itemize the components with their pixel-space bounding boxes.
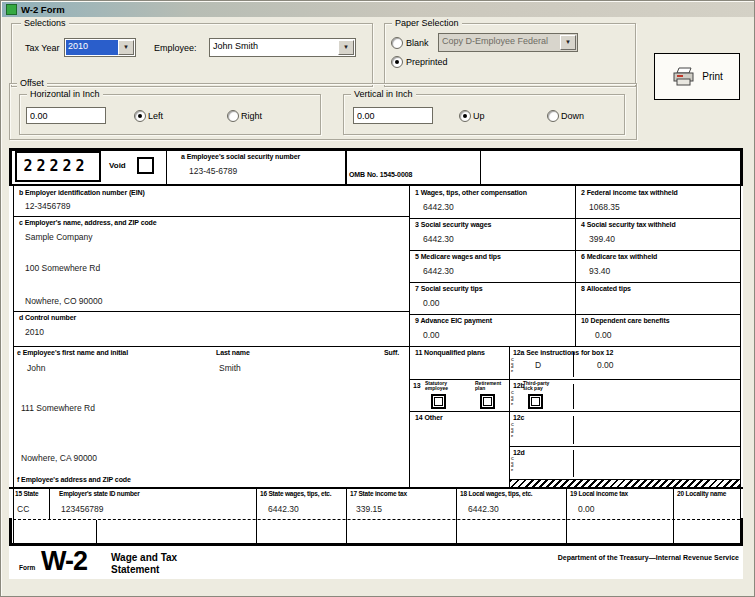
preprinted-radio[interactable] (391, 56, 403, 68)
box-b-value: 12-3456789 (25, 201, 70, 211)
void-checkbox (137, 157, 154, 174)
box2-value: 1068.35 (589, 202, 620, 212)
box12c-label: 12c (513, 414, 524, 421)
box3-value: 6442.30 (423, 234, 454, 244)
employee-city: Nowhere, CA 90000 (21, 453, 97, 463)
tax-year-label: Tax Year (25, 43, 60, 53)
grid-line (740, 186, 741, 543)
treasury-text: Department of the Treasury—Internal Reve… (506, 554, 739, 561)
box12a-code-caption: Code (511, 358, 515, 372)
box12b-code-caption: Code (511, 391, 515, 405)
grid-line (575, 186, 576, 346)
grid-line (13, 311, 409, 312)
print-button-label: Print (702, 71, 723, 82)
third-party-sick-pay-checkbox (528, 394, 543, 409)
grid-line (9, 518, 12, 546)
box11-label: 11 Nonqualified plans (415, 349, 485, 356)
employee-first-name: John (27, 363, 45, 373)
box12c-code-caption: Code (511, 423, 515, 437)
blank-copy-combobox[interactable]: Copy D-Employee Federal ▼ (438, 33, 578, 52)
grid-line (166, 150, 167, 186)
blank-radio[interactable] (391, 37, 403, 49)
box12d-label: 12d (513, 449, 525, 456)
preprinted-radio-label[interactable]: Preprinted (406, 57, 448, 67)
box16-value: 6442.30 (268, 504, 299, 514)
box18-value: 6442.30 (468, 504, 499, 514)
grid-line (96, 520, 97, 544)
state-id-label: Employer's state ID number (59, 490, 140, 497)
chevron-down-icon[interactable]: ▼ (118, 40, 134, 55)
box-c-label: c Employer's name, address, and ZIP code (19, 219, 157, 226)
grid-line (13, 216, 409, 217)
box-d-value: 2010 (25, 327, 44, 337)
grid-line (409, 379, 740, 380)
box12d-code-caption: Code (511, 457, 515, 471)
grid-line (346, 489, 347, 543)
grid-line (9, 487, 743, 489)
down-radio[interactable] (547, 110, 559, 122)
horizontal-offset-legend: Horizontal in Inch (27, 89, 103, 99)
app-icon (6, 4, 17, 15)
grid-line (9, 543, 743, 546)
omb-number: OMB No. 1545-0008 (349, 171, 412, 178)
vertical-offset-legend: Vertical in Inch (351, 89, 416, 99)
box8-label: 8 Allocated tips (581, 285, 631, 292)
right-radio[interactable] (227, 110, 239, 122)
box1-value: 6442.30 (423, 202, 454, 212)
grid-line (13, 186, 14, 543)
horizontal-offset-input[interactable] (26, 107, 106, 124)
up-radio[interactable] (459, 110, 471, 122)
box14-label: 14 Other (415, 414, 443, 421)
statutory-employee-label: Statutory employee (425, 381, 463, 391)
box12a-value: 0.00 (597, 360, 614, 370)
grid-line (673, 489, 674, 543)
hatched-area (510, 480, 740, 487)
box6-value: 93.40 (589, 266, 610, 276)
offset-legend: Offset (17, 78, 47, 88)
box10-label: 10 Dependent care benefits (581, 317, 669, 324)
employee-combobox[interactable]: John Smith ▼ (209, 38, 356, 57)
chevron-down-icon[interactable]: ▼ (338, 40, 354, 55)
printer-icon (671, 66, 697, 88)
box12a-code: D (535, 360, 541, 370)
box6-label: 6 Medicare tax withheld (581, 253, 657, 260)
box-d-label: d Control number (19, 314, 76, 321)
employee-label: Employee: (154, 43, 197, 53)
blank-radio-label[interactable]: Blank (406, 38, 429, 48)
grid-line (509, 346, 510, 488)
box3-label: 3 Social security wages (415, 221, 491, 228)
form-title-line1: Wage and Tax (111, 552, 177, 563)
left-radio[interactable] (134, 110, 146, 122)
grid-line (9, 148, 743, 151)
blank-copy-value: Copy D-Employee Federal (440, 35, 561, 50)
box9-value: 0.00 (423, 330, 440, 340)
print-button[interactable]: Print (654, 53, 740, 100)
box-e-label: e Employee's first name and initial (17, 349, 128, 356)
grid-line (480, 150, 481, 186)
box5-value: 6442.30 (423, 266, 454, 276)
title-bar[interactable]: W-2 Form (2, 2, 754, 17)
chevron-down-icon[interactable]: ▼ (560, 35, 576, 50)
box5-label: 5 Medicare wages and tips (415, 253, 501, 260)
vertical-offset-input[interactable] (353, 107, 433, 124)
right-radio-label[interactable]: Right (241, 111, 262, 121)
tax-year-combobox[interactable]: 2010 ▼ (64, 38, 136, 57)
form-word: Form (19, 564, 35, 571)
grid-line (573, 384, 574, 409)
third-party-sick-pay-label: Third-party sick pay (523, 381, 559, 391)
box-a-value: 123-45-6789 (189, 166, 237, 176)
box-a-label: a Employee's social security number (181, 153, 300, 160)
box13-label: 13 (413, 382, 421, 389)
down-radio-label[interactable]: Down (561, 111, 584, 121)
grid-line (566, 489, 567, 543)
retirement-plan-label: Retirement plan (475, 381, 509, 391)
last-name-label: Last name (216, 349, 250, 356)
box-f-label: f Employee's address and ZIP code (17, 476, 131, 483)
employer-address: 100 Somewhere Rd (25, 263, 100, 273)
box4-label: 4 Social security tax withheld (581, 221, 676, 228)
left-radio-label[interactable]: Left (148, 111, 163, 121)
void-label: Void (109, 161, 126, 170)
grid-line (740, 148, 743, 186)
box2-label: 2 Federal income tax withheld (581, 189, 678, 196)
up-radio-label[interactable]: Up (473, 111, 485, 121)
